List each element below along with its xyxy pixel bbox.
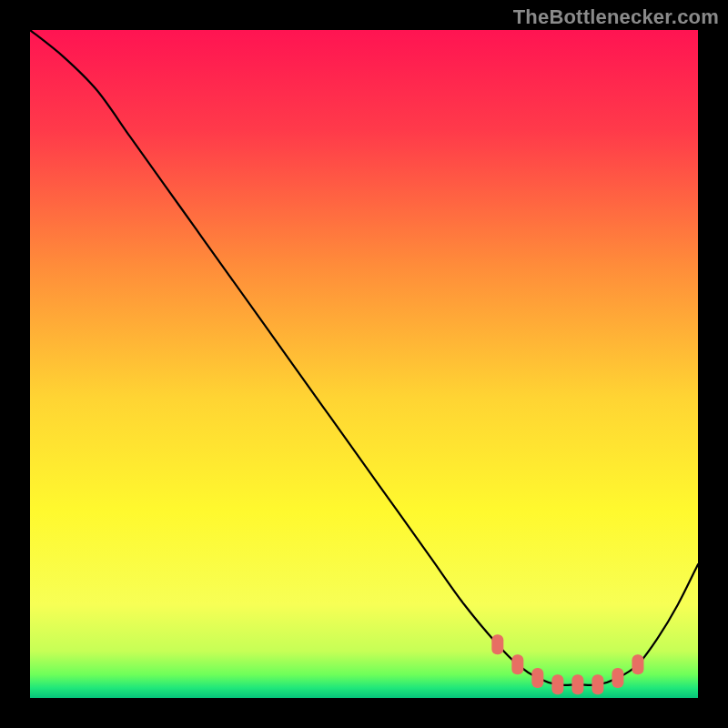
gradient-background [30, 30, 698, 698]
marker-dot [491, 634, 503, 654]
marker-dot [551, 674, 563, 694]
chart-frame: TheBottlenecker.com [0, 0, 728, 728]
marker-dot [531, 668, 543, 688]
marker-dot [592, 674, 603, 694]
plot-area [30, 30, 698, 698]
marker-dot [612, 668, 623, 688]
watermark-text: TheBottlenecker.com [513, 5, 719, 29]
chart-svg [30, 30, 698, 698]
marker-dot [632, 654, 643, 674]
marker-dot [571, 674, 583, 694]
marker-dot [511, 654, 523, 674]
